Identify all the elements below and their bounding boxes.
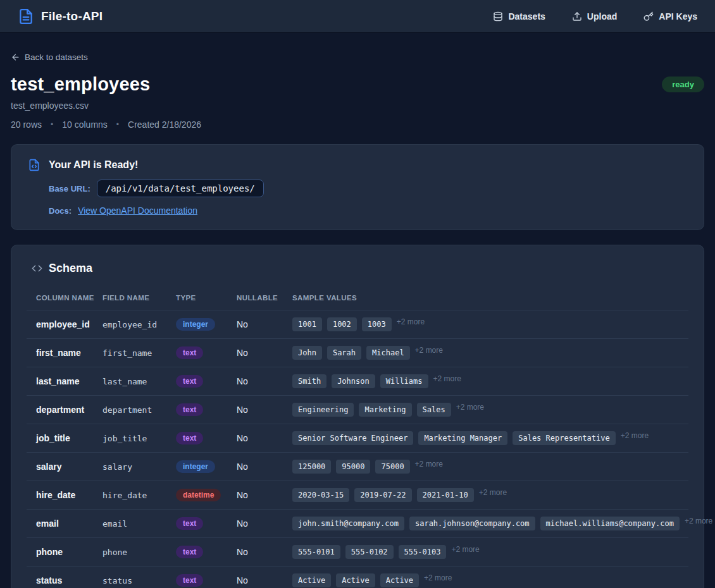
more-count: +2 more xyxy=(415,460,443,469)
nav-item-api-keys[interactable]: API Keys xyxy=(644,11,697,21)
sample-chip: 75000 xyxy=(375,460,409,474)
header-field-name: FIELD NAME xyxy=(103,289,176,310)
nav-item-datasets[interactable]: Datasets xyxy=(493,11,545,21)
field-name: department xyxy=(103,396,176,424)
sample-chip: 2021-01-10 xyxy=(417,488,474,502)
column-name: email xyxy=(27,510,103,538)
sample-chip: Sales xyxy=(417,403,451,417)
base-url-row: Base URL: /api/v1/data/test_employees/ xyxy=(49,180,687,197)
back-to-datasets-link[interactable]: Back to datasets xyxy=(11,52,88,62)
schema-table-header-row: COLUMN NAME FIELD NAME TYPE NULLABLE SAM… xyxy=(27,289,688,310)
nav-links: Datasets Upload API Keys xyxy=(493,11,697,21)
nullable-value: No xyxy=(237,339,292,367)
code-icon xyxy=(32,263,42,274)
column-name: department xyxy=(27,396,103,424)
nav-item-label: Datasets xyxy=(508,11,545,21)
sample-chip: Johnson xyxy=(332,374,375,388)
more-count: +2 more xyxy=(685,517,712,525)
file-code-icon xyxy=(28,159,40,171)
schema-table-body: employee_id employee_id integer No 10011… xyxy=(27,310,688,588)
schema-table-row: employee_id employee_id integer No 10011… xyxy=(27,310,688,339)
field-name: first_name xyxy=(103,339,176,367)
created-date: Created 2/18/2026 xyxy=(128,119,201,130)
openapi-docs-link[interactable]: View OpenAPI Documentation xyxy=(78,205,197,216)
column-name: employee_id xyxy=(27,310,103,339)
nav-item-label: API Keys xyxy=(659,11,697,21)
sample-values: john.smith@company.comsarah.johnson@comp… xyxy=(292,517,688,530)
schema-table-row: salary salary integer No 125000950007500… xyxy=(27,453,688,481)
sample-values: 100110021003+2 more xyxy=(292,317,688,331)
sample-values: EngineeringMarketingSales+2 more xyxy=(292,403,688,417)
schema-header: Schema xyxy=(27,262,688,275)
sample-chip: sarah.johnson@company.com xyxy=(409,517,535,530)
nullable-value: No xyxy=(237,538,292,567)
more-count: +2 more xyxy=(433,374,461,383)
meta-separator: • xyxy=(51,120,53,129)
more-count: +2 more xyxy=(397,317,425,326)
upload-icon xyxy=(572,11,582,21)
back-link-label: Back to datasets xyxy=(25,52,88,62)
sample-values: ActiveActiveActive+2 more xyxy=(292,573,688,587)
column-name: job_title xyxy=(27,424,103,453)
key-icon xyxy=(644,11,654,21)
sample-chip: Senior Software Engineer xyxy=(292,431,413,445)
field-name: phone xyxy=(103,538,176,567)
sample-values: 555-0101555-0102555-0103+2 more xyxy=(292,545,688,559)
status-badge: ready xyxy=(662,77,704,92)
nav-item-upload[interactable]: Upload xyxy=(572,11,617,21)
sample-chip: 125000 xyxy=(292,460,331,474)
nullable-value: No xyxy=(237,481,292,510)
more-count: +2 more xyxy=(621,431,649,440)
nullable-value: No xyxy=(237,367,292,396)
file-text-logo-icon xyxy=(18,8,34,25)
column-name: phone xyxy=(27,538,103,567)
sample-values: 1250009500075000+2 more xyxy=(292,460,688,474)
page-title: test_employees xyxy=(11,74,150,95)
more-count: +2 more xyxy=(424,573,452,582)
sample-chip: Marketing Manager xyxy=(418,431,507,445)
type-badge: text xyxy=(176,574,203,587)
field-name: status xyxy=(103,567,176,588)
schema-table-row: last_name last_name text No SmithJohnson… xyxy=(27,367,688,396)
arrow-left-icon xyxy=(11,52,20,62)
sample-chip: John xyxy=(292,346,322,360)
more-count: +2 more xyxy=(479,488,507,497)
sample-values: SmithJohnsonWilliams+2 more xyxy=(292,374,688,388)
more-count: +2 more xyxy=(415,346,443,355)
sample-values: JohnSarahMichael+2 more xyxy=(292,346,688,360)
sample-chip: 1003 xyxy=(362,317,392,331)
header-type: TYPE xyxy=(176,289,237,310)
database-icon xyxy=(493,11,503,21)
field-name: job_title xyxy=(103,424,176,453)
dataset-filename: test_employees.csv xyxy=(11,101,704,111)
sample-chip: Sales Representative xyxy=(513,431,616,445)
sample-chip: Smith xyxy=(292,374,326,388)
nav-item-label: Upload xyxy=(587,11,617,21)
schema-table-row: hire_date hire_date datetime No 2020-03-… xyxy=(27,481,688,510)
type-badge: text xyxy=(176,517,203,530)
api-title-row: Your API is Ready! xyxy=(28,159,687,171)
field-name: hire_date xyxy=(103,481,176,510)
nullable-value: No xyxy=(237,310,292,339)
brand-title: File-to-API xyxy=(41,9,103,23)
field-name: email xyxy=(103,510,176,538)
header-nullable: NULLABLE xyxy=(237,289,292,310)
sample-chip: 2020-03-15 xyxy=(292,488,349,502)
schema-table-row: department department text No Engineerin… xyxy=(27,396,688,424)
sample-chip: Williams xyxy=(380,374,428,388)
schema-table: COLUMN NAME FIELD NAME TYPE NULLABLE SAM… xyxy=(27,289,688,588)
schema-card: Schema COLUMN NAME FIELD NAME TYPE NULLA… xyxy=(11,245,704,588)
sample-chip: Active xyxy=(292,573,331,587)
field-name: employee_id xyxy=(103,310,176,339)
schema-table-row: phone phone text No 555-0101555-0102555-… xyxy=(27,538,688,567)
schema-title: Schema xyxy=(49,262,92,275)
sample-chip: 555-0102 xyxy=(345,545,394,559)
type-badge: text xyxy=(176,432,203,444)
brand[interactable]: File-to-API xyxy=(18,8,103,25)
sample-chip: 95000 xyxy=(336,460,370,474)
base-url-value[interactable]: /api/v1/data/test_employees/ xyxy=(97,180,264,197)
header-column-name: COLUMN NAME xyxy=(27,289,103,310)
column-name: status xyxy=(27,567,103,588)
field-name: salary xyxy=(103,453,176,481)
dataset-meta: 20 rows • 10 columns • Created 2/18/2026 xyxy=(11,119,704,130)
